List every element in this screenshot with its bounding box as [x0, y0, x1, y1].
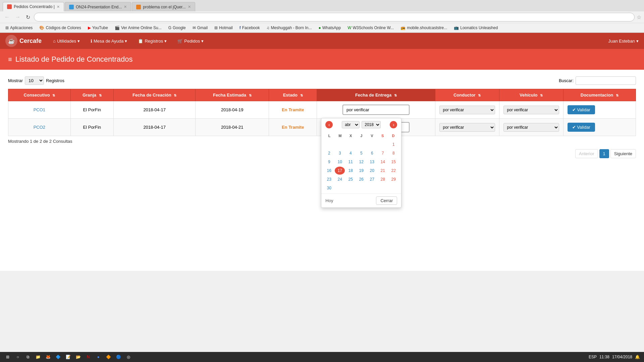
- dp-month-select[interactable]: enefebmar abrmayjun julagosep octnovdic: [342, 121, 360, 128]
- dp-day-30[interactable]: 30: [324, 184, 334, 192]
- th-consecutivo[interactable]: Consecutivo ⇅: [8, 89, 71, 101]
- dp-day-14[interactable]: 14: [378, 158, 388, 166]
- tab-close-1[interactable]: ✕: [57, 5, 60, 9]
- nav-pedidos[interactable]: 🛒 Pedidos ▾: [173, 36, 208, 46]
- bookmark-aplicaciones[interactable]: ⊞ Aplicaciones: [3, 25, 35, 31]
- th-fecha-entrega[interactable]: Fecha de Entrega ⇅: [317, 89, 435, 101]
- th-documentacion[interactable]: Documentacion ⇅: [563, 89, 636, 101]
- link-pco2[interactable]: PCO2: [34, 125, 45, 130]
- dp-day-28[interactable]: 28: [378, 175, 388, 183]
- tab-close-2[interactable]: ✕: [124, 5, 127, 9]
- nav-utilidades[interactable]: ⌂ Utilidades ▾: [48, 36, 85, 46]
- next-page-button[interactable]: Siguiente: [610, 149, 636, 158]
- dp-day-10[interactable]: 10: [335, 158, 345, 166]
- sort-icon-fecha-estimada: ⇅: [249, 94, 252, 97]
- dp-day-13[interactable]: 13: [367, 158, 377, 166]
- conductor-select-1[interactable]: por verificar: [439, 106, 495, 114]
- bookmark-meshuggah[interactable]: ♫ Meshuggah - Born In...: [264, 25, 314, 31]
- dp-prev-button[interactable]: ‹: [325, 121, 333, 128]
- dp-day-11[interactable]: 11: [345, 158, 356, 166]
- tab-3[interactable]: problema con el jQuer... ✕: [132, 2, 195, 11]
- dp-day-5[interactable]: 5: [356, 149, 366, 157]
- search-input[interactable]: [576, 76, 636, 85]
- dp-day-17-today[interactable]: 17: [335, 167, 345, 175]
- dp-day-29[interactable]: 29: [388, 175, 398, 183]
- th-fecha-estimada[interactable]: Fecha Estimada ⇅: [196, 89, 269, 101]
- dp-today-button[interactable]: Hoy: [325, 198, 333, 203]
- cell-granja-2: El PorFin: [70, 119, 113, 136]
- main-content: Mostrar 10 25 50 100 Registros Buscar: C…: [0, 70, 644, 271]
- dp-day-18[interactable]: 18: [345, 167, 356, 175]
- dp-day-23[interactable]: 23: [324, 175, 334, 183]
- bookmark-hotmail[interactable]: ⊞ Hotmail: [212, 25, 235, 31]
- dp-day-4[interactable]: 4: [345, 149, 356, 157]
- entries-select[interactable]: 10 25 50 100: [25, 76, 44, 85]
- validate-button-2[interactable]: ✔ Validar: [568, 123, 595, 132]
- validate-button-1[interactable]: ✔ Validar: [568, 105, 595, 114]
- registros-icon: 📋: [138, 39, 143, 44]
- dp-day-22[interactable]: 22: [388, 167, 398, 175]
- forward-button[interactable]: →: [13, 13, 22, 21]
- dp-next-button[interactable]: ›: [390, 121, 397, 128]
- bookmark-loonatics[interactable]: 📺 Loonatics Unleashed: [451, 25, 500, 31]
- bookmark-youtube[interactable]: ▶ YouTube: [85, 25, 111, 31]
- tab-2[interactable]: ON24-Presentation End... ✕: [65, 2, 131, 11]
- bookmark-gmail[interactable]: ✉ Gmail: [190, 25, 210, 31]
- dp-day-26[interactable]: 26: [356, 175, 366, 183]
- conductor-select-2[interactable]: por verificar: [439, 123, 495, 132]
- link-pco1[interactable]: PCO1: [34, 107, 45, 112]
- dp-year-select[interactable]: 20162017 201820192020: [362, 121, 381, 128]
- dp-day-3[interactable]: 3: [335, 149, 345, 157]
- dp-day-24[interactable]: 24: [335, 175, 345, 183]
- back-button[interactable]: ←: [3, 13, 11, 21]
- vehiculo-select-2[interactable]: por verificar: [503, 123, 559, 132]
- th-granja[interactable]: Granja ⇅: [70, 89, 113, 101]
- cell-fecha-estimada-1: 2018-04-19: [196, 101, 269, 119]
- cell-consecutivo-1: PCO1: [8, 101, 71, 119]
- dp-day-19[interactable]: 19: [356, 167, 366, 175]
- dp-day-25[interactable]: 25: [345, 175, 356, 183]
- th-fecha-creacion[interactable]: Fecha de Creación ⇅: [113, 89, 196, 101]
- bookmark-google[interactable]: G Google: [166, 25, 189, 31]
- bookmark-shoutcast[interactable]: 📻 mobile.shoutcaststre...: [398, 25, 450, 31]
- bookmark-star-button[interactable]: ☆: [637, 14, 641, 20]
- prev-page-button[interactable]: Anterior: [575, 149, 598, 158]
- nav-mesa-ayuda[interactable]: ℹ Mesa de Ayuda ▾: [86, 36, 132, 46]
- dp-day-16[interactable]: 16: [324, 167, 334, 175]
- date-input-row1[interactable]: [342, 105, 410, 115]
- reload-button[interactable]: ↻: [24, 13, 32, 21]
- tab-close-3[interactable]: ✕: [188, 5, 191, 9]
- bookmark-facebook[interactable]: f Facebook: [237, 25, 263, 31]
- bookmark-colores[interactable]: 🎨 Códigos de Colores: [37, 25, 84, 31]
- th-vehiculo[interactable]: Vehículo ⇅: [499, 89, 563, 101]
- dp-day-1[interactable]: 1: [388, 140, 398, 148]
- page-1-button[interactable]: 1: [599, 149, 609, 158]
- bookmark-anime[interactable]: 🎬 Ver Anime Online Su...: [112, 25, 164, 31]
- dp-day-27[interactable]: 27: [367, 175, 377, 183]
- dp-day-20[interactable]: 20: [367, 167, 377, 175]
- dp-day-6[interactable]: 6: [367, 149, 377, 157]
- table-row: PCO1 El PorFin 2018-04-17 2018-04-19 En …: [8, 101, 636, 119]
- dp-day-21[interactable]: 21: [378, 167, 388, 175]
- bookmark-w3schools[interactable]: W W3Schools Online W...: [345, 25, 396, 31]
- dp-day-7[interactable]: 7: [378, 149, 388, 157]
- status-badge-2: En Tramite: [282, 125, 304, 130]
- cell-granja-1: El PorFin: [70, 101, 113, 119]
- nav-user[interactable]: Juan Esteban ▾: [608, 39, 639, 44]
- bookmark-whatsapp[interactable]: ● WhatsApp: [316, 25, 344, 31]
- nav-registros[interactable]: 📋 Registros ▾: [133, 36, 171, 46]
- sort-icon-estado: ⇅: [300, 94, 303, 97]
- dp-day-8[interactable]: 8: [388, 149, 398, 157]
- tab-active[interactable]: Pedidos Concentrado | ✕: [3, 2, 64, 11]
- cell-conductor-1: por verificar: [435, 101, 499, 119]
- address-input[interactable]: 201.236.212.130:82/intranetcercafe/publi…: [34, 13, 635, 21]
- dp-close-button[interactable]: Cerrar: [376, 196, 397, 205]
- th-conductor[interactable]: Conductor ⇅: [435, 89, 499, 101]
- dp-day-12[interactable]: 12: [356, 158, 366, 166]
- dp-day-15[interactable]: 15: [388, 158, 398, 166]
- dp-day-2[interactable]: 2: [324, 149, 334, 157]
- th-estado[interactable]: Estado ⇅: [269, 89, 317, 101]
- vehiculo-select-1[interactable]: por verificar: [503, 106, 559, 114]
- dp-day-9[interactable]: 9: [324, 158, 334, 166]
- brand-logo[interactable]: ☕ Cercafe: [5, 35, 42, 47]
